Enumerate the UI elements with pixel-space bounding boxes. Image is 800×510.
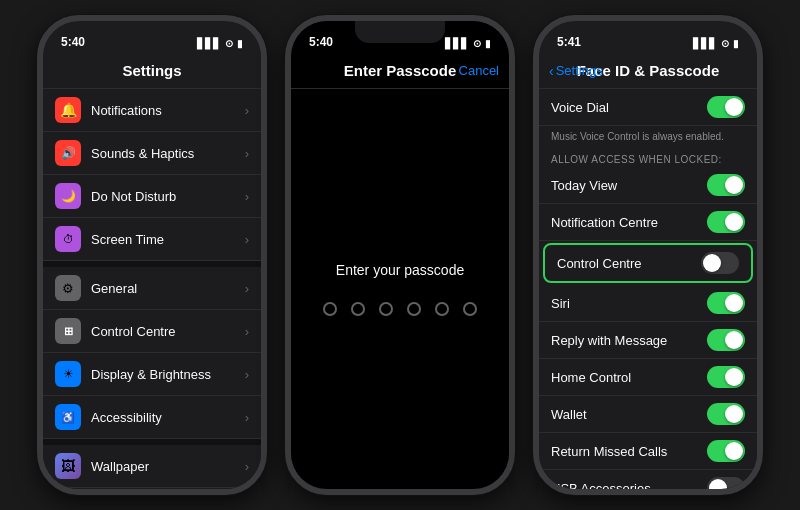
- voicedial-toggle[interactable]: [707, 96, 745, 118]
- todayview-label: Today View: [551, 178, 707, 193]
- accessibility-icon: ♿: [55, 404, 81, 430]
- toggle-row-usbaccessories[interactable]: USB Accessories: [539, 470, 757, 489]
- dnd-label: Do Not Disturb: [91, 189, 241, 204]
- voicedial-note: Music Voice Control is always enabled.: [539, 126, 757, 150]
- replymessage-label: Reply with Message: [551, 333, 707, 348]
- status-icons-1: ▋▋▋ ⊙ ▮: [197, 38, 243, 49]
- screentime-icon: ⏱: [55, 226, 81, 252]
- settings-item-wallpaper[interactable]: 🖼 Wallpaper ›: [43, 445, 261, 488]
- settings-item-sounds[interactable]: 🔊 Sounds & Haptics ›: [43, 132, 261, 175]
- phone2: 5:40 ▋▋▋ ⊙ ▮ Enter Passcode Cancel Enter…: [285, 15, 515, 495]
- settings-item-general[interactable]: ⚙ General ›: [43, 267, 261, 310]
- notifications-icon: 🔔: [55, 97, 81, 123]
- homecontrol-label: Home Control: [551, 370, 707, 385]
- controlcentre-label: Control Centre: [91, 324, 241, 339]
- passcode-prompt: Enter your passcode: [336, 262, 464, 278]
- nav-title-1: Settings: [122, 62, 181, 79]
- toggle-row-returnmissedcalls[interactable]: Return Missed Calls: [539, 433, 757, 470]
- phone3: 5:41 ▋▋▋ ⊙ ▮ ‹ Settings Face ID & Passco…: [533, 15, 763, 495]
- notificationcentre-label: Notification Centre: [551, 215, 707, 230]
- settings-item-screentime[interactable]: ⏱ Screen Time ›: [43, 218, 261, 261]
- returnmissedcalls-toggle[interactable]: [707, 440, 745, 462]
- sounds-icon: 🔊: [55, 140, 81, 166]
- signal-icon-2: ▋▋▋: [445, 38, 469, 49]
- faceid-screen[interactable]: Voice Dial Music Voice Control is always…: [539, 89, 757, 489]
- settings-item-accessibility[interactable]: ♿ Accessibility ›: [43, 396, 261, 439]
- nav-title-2: Enter Passcode: [344, 62, 457, 79]
- general-label: General: [91, 281, 241, 296]
- passcode-screen: Enter your passcode: [291, 89, 509, 489]
- toggle-row-homecontrol[interactable]: Home Control: [539, 359, 757, 396]
- controlcentre-icon: ⊞: [55, 318, 81, 344]
- nav-bar-2: Enter Passcode Cancel: [291, 53, 509, 89]
- toggle-row-replymessage[interactable]: Reply with Message: [539, 322, 757, 359]
- toggle-row-notificationcentre[interactable]: Notification Centre: [539, 204, 757, 241]
- battery-icon-3: ▮: [733, 38, 739, 49]
- time-3: 5:41: [557, 35, 581, 49]
- notifications-label: Notifications: [91, 103, 241, 118]
- nav-bar-1: Settings: [43, 53, 261, 89]
- voicedial-label: Voice Dial: [551, 100, 707, 115]
- time-2: 5:40: [309, 35, 333, 49]
- homecontrol-toggle[interactable]: [707, 366, 745, 388]
- settings-item-display[interactable]: ☀ Display & Brightness ›: [43, 353, 261, 396]
- replymessage-toggle[interactable]: [707, 329, 745, 351]
- screentime-label: Screen Time: [91, 232, 241, 247]
- status-icons-3: ▋▋▋ ⊙ ▮: [693, 38, 739, 49]
- dot-5: [435, 302, 449, 316]
- toggle-row-siri[interactable]: Siri: [539, 285, 757, 322]
- wallpaper-label: Wallpaper: [91, 459, 241, 474]
- time-1: 5:40: [61, 35, 85, 49]
- controlcentre-locked-label: Control Centre: [557, 256, 701, 271]
- notch-3: [603, 21, 693, 43]
- dot-3: [379, 302, 393, 316]
- usbaccessories-label: USB Accessories: [551, 481, 707, 490]
- wifi-icon-2: ⊙: [473, 38, 481, 49]
- general-icon: ⚙: [55, 275, 81, 301]
- toggle-row-voicedial[interactable]: Voice Dial: [539, 89, 757, 126]
- sounds-label: Sounds & Haptics: [91, 146, 241, 161]
- toggle-row-todayview[interactable]: Today View: [539, 167, 757, 204]
- back-label: Settings: [556, 63, 603, 78]
- settings-scroll[interactable]: 🔔 Notifications › 🔊 Sounds & Haptics › 🌙…: [43, 89, 261, 489]
- status-icons-2: ▋▋▋ ⊙ ▮: [445, 38, 491, 49]
- notificationcentre-toggle[interactable]: [707, 211, 745, 233]
- dot-4: [407, 302, 421, 316]
- wallet-label: Wallet: [551, 407, 707, 422]
- wallet-toggle[interactable]: [707, 403, 745, 425]
- dot-6: [463, 302, 477, 316]
- todayview-toggle[interactable]: [707, 174, 745, 196]
- cancel-button[interactable]: Cancel: [459, 63, 499, 78]
- display-label: Display & Brightness: [91, 367, 241, 382]
- locked-section-header: ALLOW ACCESS WHEN LOCKED:: [539, 150, 757, 167]
- dot-2: [351, 302, 365, 316]
- settings-list: 🔔 Notifications › 🔊 Sounds & Haptics › 🌙…: [43, 89, 261, 489]
- dnd-icon: 🌙: [55, 183, 81, 209]
- back-button[interactable]: ‹ Settings: [549, 63, 603, 79]
- toggle-row-wallet[interactable]: Wallet: [539, 396, 757, 433]
- signal-icon: ▋▋▋: [197, 38, 221, 49]
- returnmissedcalls-label: Return Missed Calls: [551, 444, 707, 459]
- settings-item-dnd[interactable]: 🌙 Do Not Disturb ›: [43, 175, 261, 218]
- controlcentre-toggle[interactable]: [701, 252, 739, 274]
- siri-locked-label: Siri: [551, 296, 707, 311]
- settings-item-notifications[interactable]: 🔔 Notifications ›: [43, 89, 261, 132]
- nav-bar-3: ‹ Settings Face ID & Passcode: [539, 53, 757, 89]
- settings-item-controlcentre[interactable]: ⊞ Control Centre ›: [43, 310, 261, 353]
- phone1: 5:40 ▋▋▋ ⊙ ▮ Settings 🔔 Notifications › …: [37, 15, 267, 495]
- battery-icon-2: ▮: [485, 38, 491, 49]
- passcode-dots: [323, 302, 477, 316]
- settings-item-siri[interactable]: ◎ Siri & Search ›: [43, 488, 261, 489]
- signal-icon-3: ▋▋▋: [693, 38, 717, 49]
- notch: [107, 21, 197, 43]
- back-chevron-icon: ‹: [549, 63, 554, 79]
- notch-2: [355, 21, 445, 43]
- wallpaper-icon: 🖼: [55, 453, 81, 479]
- display-icon: ☀: [55, 361, 81, 387]
- wifi-icon: ⊙: [225, 38, 233, 49]
- toggle-row-controlcentre[interactable]: Control Centre: [543, 243, 753, 283]
- screen-1: 🔔 Notifications › 🔊 Sounds & Haptics › 🌙…: [43, 89, 261, 489]
- accessibility-label: Accessibility: [91, 410, 241, 425]
- siri-toggle[interactable]: [707, 292, 745, 314]
- usbaccessories-toggle[interactable]: [707, 477, 745, 489]
